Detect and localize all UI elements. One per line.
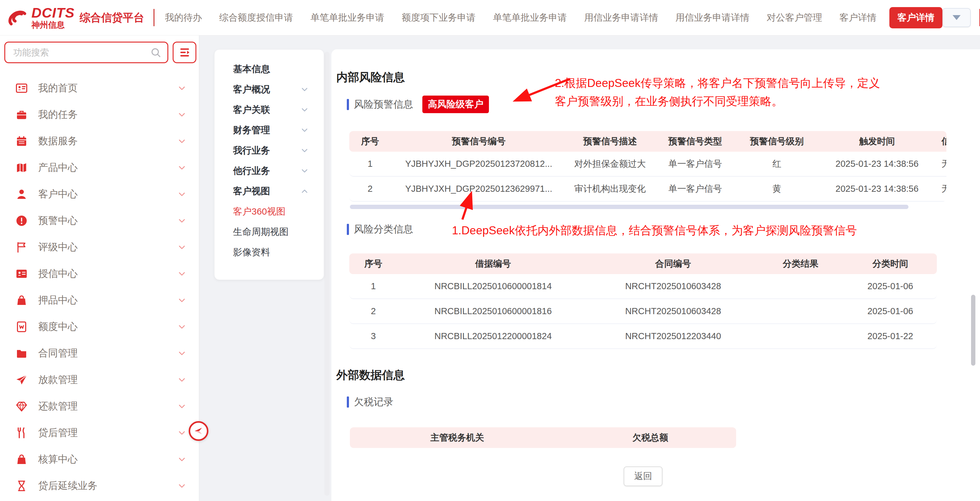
sidebar-item-label: 合同管理 — [38, 347, 177, 360]
sidebar-item-contract-mgmt[interactable]: 合同管理 — [0, 340, 199, 367]
sidebar-item-warning-center[interactable]: 预警中心 — [0, 207, 199, 234]
submenu-item-image-materials[interactable]: 影像资料 — [215, 242, 324, 262]
nav-item-customer-detail[interactable]: 客户详情 — [839, 11, 877, 24]
cell-seq: 1 — [349, 281, 397, 291]
sidebar-item-label: 数据服务 — [38, 134, 177, 148]
sidebar-item-postloan-mgmt[interactable]: 贷后管理 — [0, 420, 199, 446]
submenu-item-our-bank-business[interactable]: 我行业务 — [215, 140, 324, 161]
chevron-down-icon — [177, 296, 186, 305]
folder-icon — [16, 347, 28, 359]
sidebar-item-data-services[interactable]: 数据服务 — [0, 128, 199, 154]
submenu-label: 我行业务 — [233, 144, 300, 157]
flag-icon — [16, 241, 28, 253]
idcard-filled-icon — [16, 267, 28, 280]
menu-collapse-button[interactable] — [173, 41, 196, 63]
sidebar-item-home[interactable]: 我的首页 — [0, 75, 199, 102]
submenu-item-customer-relations[interactable]: 客户关联 — [215, 100, 324, 120]
sidebar-item-collateral-center[interactable]: 押品中心 — [0, 287, 199, 313]
submenu-label: 生命周期视图 — [233, 226, 309, 238]
table-row: 1 YJBHYJXH_DGP20250123720812... 对外担保金额过大… — [349, 152, 947, 177]
sidebar-item-rating-center[interactable]: 评级中心 — [0, 234, 199, 261]
sidebar-item-tasks[interactable]: 我的任务 — [0, 102, 199, 128]
topbar-right-tools: 0 — [942, 8, 980, 27]
sidebar-collapse-circle-button[interactable] — [189, 421, 208, 441]
cell-status: 无 — [937, 183, 947, 195]
tax-table: 主管税务机关 欠税总额 — [350, 427, 736, 448]
submenu-item-customer-360-view[interactable]: 客户360视图 — [215, 201, 324, 222]
chevron-down-icon — [953, 15, 961, 20]
horizontal-scrollbar[interactable] — [350, 205, 908, 209]
annotation-note-2: 2.根据DeepSeek传导策略，将客户名下预警信号向上传导，定义 客户预警级别… — [555, 74, 880, 110]
sidebar-item-label: 额度中心 — [38, 320, 177, 334]
cell-signal-desc: 对外担保金额过大 — [566, 158, 654, 170]
submenu-label: 客户视图 — [233, 185, 300, 198]
submenu-item-customer-overview[interactable]: 客户概况 — [215, 79, 324, 100]
back-button[interactable]: 返回 — [624, 466, 662, 486]
sidebar-item-disbursement-mgmt[interactable]: 放款管理 — [0, 367, 199, 393]
nav-item-comprehensive-credit-apply[interactable]: 综合额度授信申请 — [219, 11, 293, 24]
column-header: 欠税总额 — [565, 432, 736, 444]
sidebar-item-limit-center[interactable]: 额度中心 — [0, 313, 199, 340]
sidebar-item-repayment-mgmt[interactable]: 还款管理 — [0, 393, 199, 420]
alert-circle-icon — [16, 215, 28, 227]
sidebar-item-label: 押品中心 — [38, 294, 177, 307]
nav-item-single-batch-apply-2[interactable]: 单笔单批业务申请 — [493, 11, 567, 24]
chevron-down-icon — [177, 455, 186, 464]
utensils-icon — [16, 427, 28, 439]
submenu-item-customer-view[interactable]: 客户视图 — [215, 181, 324, 201]
sidebar-item-label: 客户中心 — [38, 188, 177, 201]
sidebar-item-credit-center[interactable]: 授信中心 — [0, 261, 199, 287]
submenu-item-financial-mgmt[interactable]: 财务管理 — [215, 120, 324, 140]
briefcase-icon — [16, 108, 28, 121]
sidebar-item-accounting-center[interactable]: 核算中心 — [0, 446, 199, 472]
dcits-swirl-icon — [6, 6, 29, 29]
nav-item-my-todo[interactable]: 我的待办 — [165, 11, 202, 24]
high-risk-customer-badge: 高风险级客户 — [422, 95, 489, 113]
chevron-down-icon — [300, 167, 309, 175]
submenu-scrollbar[interactable] — [324, 52, 329, 496]
submenu-item-other-bank-business[interactable]: 他行业务 — [215, 161, 324, 181]
sidebar-item-postloan-continuation[interactable]: 贷后延续业务 — [0, 472, 199, 499]
sidebar-item-label: 还款管理 — [38, 399, 177, 413]
cell-signal-level: 黄 — [737, 183, 817, 195]
section-bar — [347, 396, 349, 407]
cell-bill-no: NRCBILL2025012200001824 — [397, 331, 589, 341]
hourglass-icon — [16, 480, 28, 492]
submenu-label: 客户关联 — [233, 103, 300, 116]
tab-dropdown-button[interactable] — [942, 8, 971, 27]
person-icon — [16, 188, 28, 200]
nav-item-limit-sub-apply[interactable]: 额度项下业务申请 — [402, 11, 476, 24]
submenu-item-lifecycle-view[interactable]: 生命周期视图 — [215, 222, 324, 242]
sidebar-item-label: 授信中心 — [38, 267, 177, 281]
cell-signal-type: 单一客户信号 — [654, 158, 737, 170]
chevron-down-icon — [177, 189, 186, 199]
submenu-item-basic-info[interactable]: 基本信息 — [215, 59, 324, 79]
table-header-row: 主管税务机关 欠税总额 — [350, 427, 736, 448]
left-sidebar: 我的首页 我的任务 数据 — [0, 35, 199, 501]
chevron-down-icon — [177, 402, 186, 411]
nav-item-corporate-customer-mgmt[interactable]: 对公客户管理 — [767, 11, 822, 24]
external-data-title: 外部数据信息 — [336, 367, 980, 383]
brand-subname: 神州信息 — [32, 21, 75, 29]
nav-item-credit-use-detail-1[interactable]: 用信业务申请详情 — [584, 11, 658, 24]
page-vertical-scrollbar[interactable] — [971, 295, 975, 366]
active-tab-customer-detail[interactable]: 客户详情 — [889, 7, 942, 29]
brand-name: DCITS — [32, 6, 75, 20]
sidebar-item-product-center[interactable]: 产品中心 — [0, 154, 199, 181]
brand-logo: DCITS 神州信息 综合信贷平台 — [6, 6, 165, 29]
submenu-label: 客户概况 — [233, 83, 300, 96]
risk-class-table: 序号 借据编号 合同编号 分类结果 分类时间 1 NRCBILL20250106… — [349, 253, 937, 349]
chevron-down-icon — [177, 375, 186, 385]
table-row: 2 NRCBILL2025010600001816 NRCHT202501060… — [349, 299, 937, 324]
nav-item-credit-use-detail-2[interactable]: 用信业务申请详情 — [675, 11, 749, 24]
annotation-note-1: 1.DeepSeek依托内外部数据信息，结合预警信号体系，为客户探测风险预警信号 — [452, 221, 857, 240]
function-search-input[interactable] — [4, 41, 168, 63]
sidebar-item-customer-center[interactable]: 客户中心 — [0, 181, 199, 207]
nav-item-single-batch-apply-1[interactable]: 单笔单批业务申请 — [310, 11, 384, 24]
submenu-label: 他行业务 — [233, 165, 300, 177]
risk-class-label: 风险分类信息 — [354, 223, 413, 236]
cell-class-date: 2025-01-06 — [844, 306, 937, 317]
chevron-down-icon — [177, 349, 186, 358]
top-bar: DCITS 神州信息 综合信贷平台 我的待办 综合额度授信申请 单笔单批业务申请… — [0, 0, 980, 35]
section-bar — [347, 224, 349, 235]
